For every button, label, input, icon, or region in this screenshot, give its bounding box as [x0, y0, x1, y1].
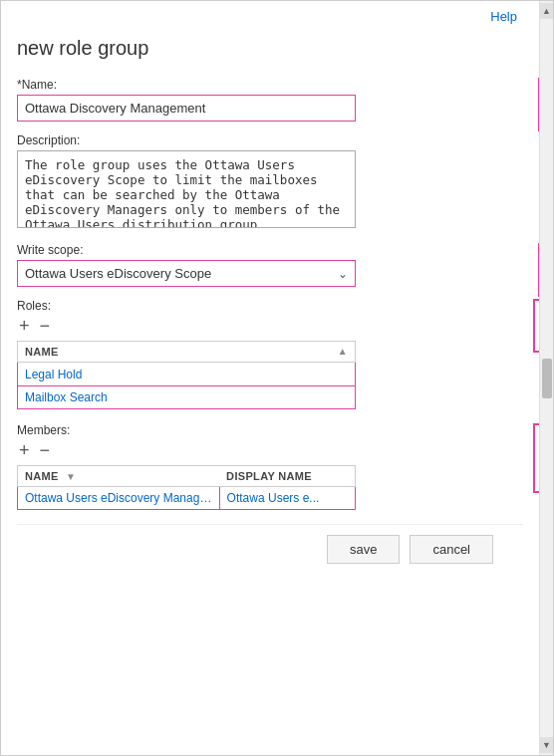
roles-group: Roles: + − NAME ▲ Lega — [17, 299, 523, 409]
scroll-up-arrow[interactable]: ▲ — [540, 3, 554, 19]
scope-callout: Custom scope created in step 2 — [538, 243, 539, 297]
content-area: Help new role group *Name: Name of the n… — [1, 1, 539, 755]
write-scope-label: Write scope: — [17, 243, 523, 257]
name-input[interactable] — [17, 95, 356, 122]
roles-sort-icon: ▲ — [338, 346, 348, 357]
footer-buttons: save cancel — [17, 524, 523, 574]
members-group: Members: + − NAME ▼ DISPLAY NAME — [17, 423, 523, 510]
members-label: Members: — [17, 423, 523, 437]
members-table: NAME ▼ DISPLAY NAME Ottawa Users eDiscov… — [17, 465, 356, 510]
name-group: *Name: Name of the new role group — [17, 78, 523, 122]
member-name-0: Ottawa Users eDiscovery Managers — [18, 487, 220, 510]
description-group: Description: The role group uses the Ott… — [17, 133, 523, 231]
member-display-0: Ottawa Users e... — [219, 487, 355, 510]
roles-table: NAME ▲ Legal HoldMailbox Search — [17, 341, 356, 409]
name-label: *Name: — [17, 78, 523, 92]
scroll-thumb[interactable] — [542, 359, 552, 398]
roles-btn-row: + − — [17, 317, 523, 335]
members-callout: Security group added as member of the ne… — [533, 423, 539, 493]
members-add-button[interactable]: + — [17, 441, 32, 459]
roles-callout: Roles assigned to the new role group — [533, 299, 539, 353]
scroll-down-arrow[interactable]: ▼ — [540, 737, 554, 753]
members-remove-button[interactable]: − — [38, 441, 53, 459]
roles-row-0: Legal Hold — [18, 363, 356, 386]
members-sort-icon: ▼ — [66, 471, 76, 482]
cancel-button[interactable]: cancel — [410, 535, 493, 564]
scrollbar[interactable]: ▲ ▼ — [539, 1, 553, 755]
members-btn-row: + − — [17, 441, 523, 459]
roles-label: Roles: — [17, 299, 523, 313]
members-col-display: DISPLAY NAME — [219, 466, 355, 487]
save-button[interactable]: save — [327, 535, 400, 564]
help-link[interactable]: Help — [490, 9, 517, 24]
roles-add-button[interactable]: + — [17, 317, 32, 335]
name-callout: Name of the new role group — [538, 78, 539, 131]
roles-remove-button[interactable]: − — [38, 317, 53, 335]
roles-row-1: Mailbox Search — [18, 386, 356, 409]
roles-col-name: NAME ▲ — [18, 342, 356, 363]
members-col-name: NAME ▼ — [18, 466, 220, 487]
description-label: Description: — [17, 133, 523, 147]
write-scope-group: Write scope: Ottawa Users eDiscovery Sco… — [17, 243, 523, 287]
write-scope-select[interactable]: Ottawa Users eDiscovery Scope — [17, 260, 356, 287]
page-title: new role group — [17, 37, 523, 60]
description-input[interactable]: The role group uses the Ottawa Users eDi… — [17, 150, 356, 228]
